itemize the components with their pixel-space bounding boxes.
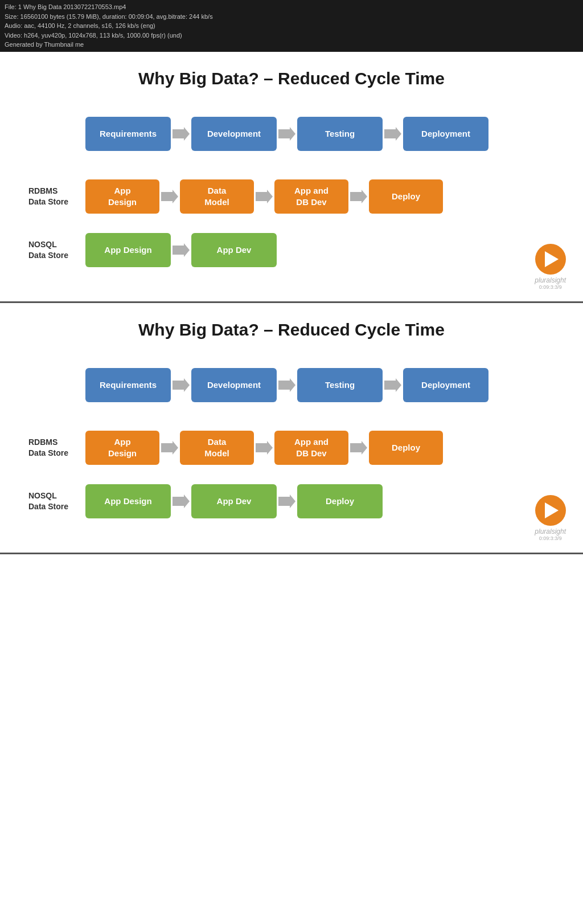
arrow-nosql-1-1 (171, 242, 191, 259)
svg-marker-3 (161, 190, 178, 203)
svg-marker-11 (256, 441, 273, 455)
metadata-line1: File: 1 Why Big Data 20130722170553.mp4 (5, 2, 578, 12)
play-icon-1 (545, 251, 559, 267)
slide-1-rdbms-label: RDBMS Data Store (28, 186, 85, 206)
arrow-1-1 (171, 125, 191, 142)
metadata-line5: Generated by Thumbnail me (5, 40, 578, 50)
slide-2-nosql-flow: App Design App Dev Deploy (85, 484, 383, 518)
slide-2-top-row: Requirements Development Testing Deploym… (28, 368, 555, 402)
slide-1-nosql-flow: App Design App Dev (85, 233, 277, 267)
slide-1-nosql-row: NOSQL Data Store App Design App Dev (28, 233, 555, 267)
slide-2-rdbms-label: RDBMS Data Store (28, 437, 85, 457)
svg-marker-8 (278, 378, 295, 392)
slide-2-top-flow: Requirements Development Testing Deploym… (85, 368, 488, 402)
flow-box-development-2: Development (191, 368, 277, 402)
pluralsight-logo-2: pluralsight 0:09:3:3/9 (535, 495, 566, 541)
arrow-rdbms-1-1 (159, 188, 180, 205)
pluralsight-text-1: pluralsight (535, 276, 566, 284)
pluralsight-circle-2 (535, 495, 566, 526)
metadata-bar: File: 1 Why Big Data 20130722170553.mp4 … (0, 0, 583, 52)
svg-marker-7 (173, 378, 190, 392)
slide-2-rdbms-flow: App Design Data Model App and DB Dev Dep… (85, 431, 443, 465)
flow-box-appdesign-rdbms-2: App Design (85, 431, 159, 465)
flow-box-appdesign-rdbms-1: App Design (85, 179, 159, 214)
arrow-rdbms-2-3 (348, 439, 369, 456)
svg-marker-5 (350, 190, 367, 203)
flow-box-appdbdev-rdbms-2: App and DB Dev (274, 431, 348, 465)
metadata-line4: Video: h264, yuv420p, 1024x768, 113 kb/s… (5, 31, 578, 40)
svg-marker-4 (256, 190, 273, 203)
slide-1: Why Big Data? – Reduced Cycle Time Requi… (0, 52, 583, 303)
arrow-1-3 (383, 125, 403, 142)
slide-1-top-flow: Requirements Development Testing Deploym… (85, 117, 488, 151)
slide-1-title: Why Big Data? – Reduced Cycle Time (28, 69, 555, 88)
slide-1-top-row: Requirements Development Testing Deploym… (28, 117, 555, 151)
pluralsight-subtext-2: 0:09:3:3/9 (539, 535, 562, 541)
svg-marker-10 (161, 441, 178, 455)
flow-box-appdev-nosql-1: App Dev (191, 233, 277, 267)
flow-box-datamodel-rdbms-2: Data Model (180, 431, 254, 465)
svg-marker-12 (350, 441, 367, 455)
pluralsight-logo-1: pluralsight 0:09:3:3/9 (535, 244, 566, 290)
svg-marker-2 (384, 127, 401, 141)
flow-box-appdev-nosql-2: App Dev (191, 484, 277, 518)
metadata-line2: Size: 16560100 bytes (15.79 MiB), durati… (5, 12, 578, 22)
arrow-1-2 (277, 125, 297, 142)
flow-box-appdbdev-rdbms-1: App and DB Dev (274, 179, 348, 214)
flow-box-appdesign-nosql-2: App Design (85, 484, 171, 518)
arrow-rdbms-2-1 (159, 439, 180, 456)
svg-marker-1 (278, 127, 295, 141)
slide-1-rdbms-flow: App Design Data Model App and DB Dev Dep… (85, 179, 443, 214)
arrow-nosql-2-1 (171, 493, 191, 510)
arrow-rdbms-1-3 (348, 188, 369, 205)
slide-1-nosql-label: NOSQL Data Store (28, 239, 85, 260)
flow-box-deploy-nosql-2: Deploy (297, 484, 383, 518)
pluralsight-circle-1 (535, 244, 566, 275)
svg-marker-6 (173, 243, 190, 257)
flow-box-testing-2: Testing (297, 368, 383, 402)
svg-marker-0 (173, 127, 190, 141)
flow-box-deployment-2: Deployment (403, 368, 488, 402)
flow-box-development-1: Development (191, 117, 277, 151)
slide-2-nosql-row: NOSQL Data Store App Design App Dev Depl… (28, 484, 555, 518)
flow-box-deploy-rdbms-2: Deploy (369, 431, 443, 465)
svg-marker-9 (384, 378, 401, 392)
arrow-rdbms-1-2 (254, 188, 274, 205)
slide-2-rdbms-row: RDBMS Data Store App Design Data Model A… (28, 431, 555, 465)
metadata-line3: Audio: aac, 44100 Hz, 2 channels, s16, 1… (5, 21, 578, 31)
arrow-2-2 (277, 377, 297, 394)
flow-box-requirements-2: Requirements (85, 368, 171, 402)
slide-2: Why Big Data? – Reduced Cycle Time Requi… (0, 303, 583, 554)
svg-marker-14 (278, 494, 295, 508)
flow-box-deployment-1: Deployment (403, 117, 488, 151)
arrow-nosql-2-2 (277, 493, 297, 510)
pluralsight-text-2: pluralsight (535, 528, 566, 535)
play-icon-2 (545, 502, 559, 518)
flow-box-appdesign-nosql-1: App Design (85, 233, 171, 267)
slide-2-nosql-label: NOSQL Data Store (28, 490, 85, 511)
arrow-rdbms-2-2 (254, 439, 274, 456)
flow-box-deploy-rdbms-1: Deploy (369, 179, 443, 214)
arrow-2-1 (171, 377, 191, 394)
flow-box-testing-1: Testing (297, 117, 383, 151)
slide-1-rdbms-row: RDBMS Data Store App Design Data Model A… (28, 179, 555, 214)
slide-2-title: Why Big Data? – Reduced Cycle Time (28, 320, 555, 340)
svg-marker-13 (173, 494, 190, 508)
pluralsight-subtext-1: 0:09:3:3/9 (539, 284, 562, 290)
flow-box-datamodel-rdbms-1: Data Model (180, 179, 254, 214)
arrow-2-3 (383, 377, 403, 394)
flow-box-requirements-1: Requirements (85, 117, 171, 151)
